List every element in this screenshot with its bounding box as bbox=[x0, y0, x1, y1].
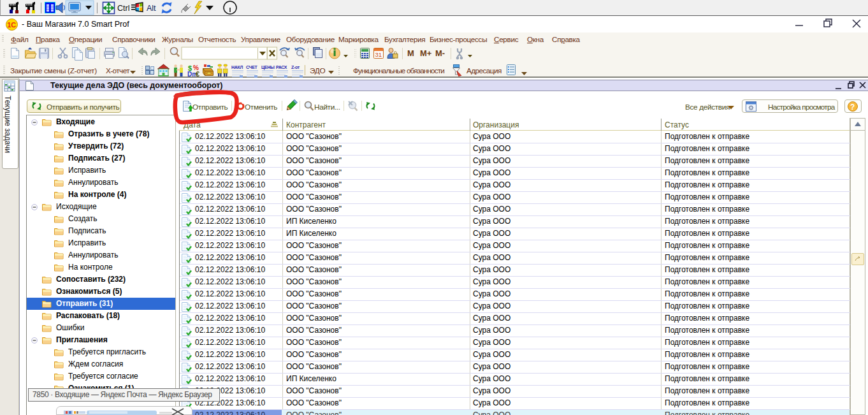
svg-text:1С: 1С bbox=[7, 21, 16, 29]
svg-text:Ctrl: Ctrl bbox=[117, 4, 129, 13]
svg-text:Alt: Alt bbox=[147, 4, 156, 13]
svg-text:M-: M- bbox=[435, 48, 445, 58]
svg-text:?: ? bbox=[850, 103, 855, 112]
svg-text:НАКЛ: НАКЛ bbox=[231, 65, 243, 69]
svg-text:СЧЕТ: СЧЕТ bbox=[246, 65, 258, 69]
svg-text:РАСХ: РАСХ bbox=[276, 65, 287, 69]
svg-text:ЦЕНЫ: ЦЕНЫ bbox=[261, 65, 275, 70]
svg-text:31: 31 bbox=[375, 51, 382, 58]
svg-text:€: € bbox=[196, 70, 199, 78]
svg-text:M+: M+ bbox=[420, 48, 432, 58]
svg-text:Z-от: Z-от bbox=[291, 65, 300, 69]
svg-text:M: M bbox=[407, 48, 414, 58]
